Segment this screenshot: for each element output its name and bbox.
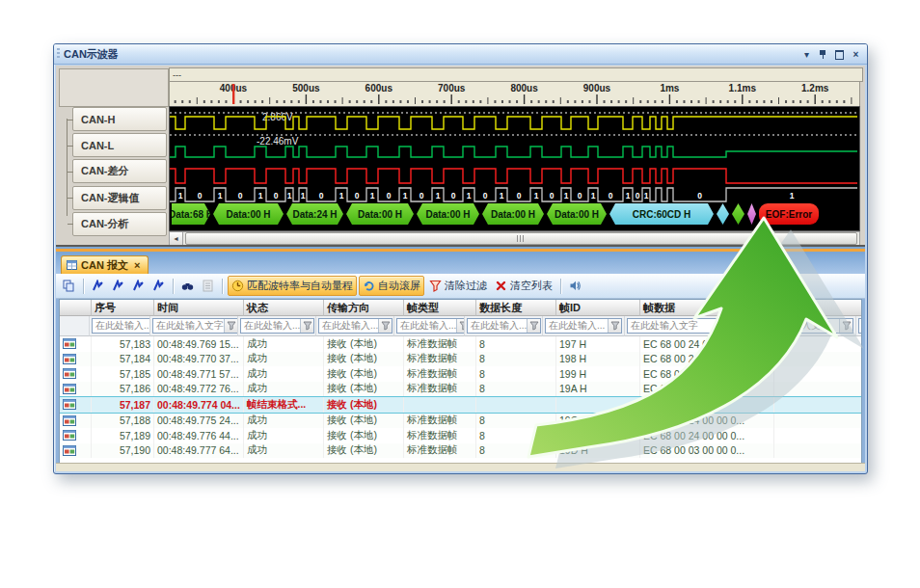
- cell-no: 57,186: [92, 382, 154, 397]
- copy-button[interactable]: [60, 277, 78, 295]
- column-header-time[interactable]: 时间: [154, 300, 244, 316]
- filter-funnel-icon[interactable]: [378, 319, 392, 333]
- table-row-57188[interactable]: 57,18800:48:49.775 24...成功接收 (本地)标准数据帧81…: [60, 414, 861, 429]
- clear-list-button[interactable]: 清空列表: [492, 277, 555, 295]
- svg-text:1: 1: [790, 191, 795, 200]
- cell-status: 成功: [244, 443, 324, 459]
- filter-placeholder: 在此处输入...: [319, 319, 378, 333]
- column-header-data[interactable]: 帧数据: [640, 300, 774, 316]
- filter-input-no[interactable]: 在此处输入...: [92, 318, 150, 334]
- svg-text:1: 1: [258, 191, 263, 200]
- waveform-canvas[interactable]: 2.866V-22.46mV10101011010101010101010101…: [169, 106, 860, 231]
- filter-funnel-icon[interactable]: [839, 319, 852, 333]
- frame-block-5: Data:00 H: [482, 203, 544, 225]
- auto-scroll-button[interactable]: 自动滚屏: [359, 276, 424, 296]
- cell-id: 198 H: [556, 352, 640, 367]
- cell-extra: [774, 443, 862, 459]
- filter-cell-no: 在此处输入...: [90, 316, 150, 336]
- match-baud-label: 匹配波特率与自动量程: [247, 279, 353, 293]
- filter-funnel-icon[interactable]: [300, 319, 313, 333]
- message-icon: [63, 399, 76, 410]
- svg-text:1: 1: [301, 191, 306, 200]
- column-header-len[interactable]: 数据长度: [476, 300, 556, 316]
- sound-button[interactable]: [566, 277, 584, 295]
- time-ruler[interactable]: 400us500us600us700us800us900us1ms1.1ms1.…: [169, 81, 860, 108]
- cell-extra: [774, 382, 862, 397]
- cell-data: [640, 397, 774, 413]
- cell-data: EC 68 00 24 00 00 0...: [640, 382, 774, 397]
- table-row-57189[interactable]: 57,18900:48:49.776 44...成功接收 (本地)标准数据帧81…: [60, 428, 861, 443]
- binoculars-icon: [181, 280, 194, 292]
- cell-icon: [60, 366, 92, 382]
- filter-input-len[interactable]: 在此处输入...: [467, 318, 541, 334]
- cell-dir: 接收 (本地): [324, 428, 404, 443]
- filter-input-extra[interactable]: 在此处输入文字: [759, 318, 853, 334]
- table-icon: [67, 260, 77, 270]
- report-button[interactable]: [199, 277, 217, 295]
- table-filter-row: 在此处输入...在此处输入文字在此处输入...在此处输入...在此处输入...在…: [60, 316, 861, 336]
- column-header-icon[interactable]: [60, 300, 92, 316]
- svg-text:0: 0: [198, 191, 203, 200]
- filter-funnel-icon[interactable]: [740, 319, 753, 333]
- column-header-id[interactable]: 帧ID: [556, 300, 640, 316]
- svg-text:0: 0: [355, 191, 360, 200]
- cell-status: 成功: [244, 414, 324, 429]
- cell-icon: [60, 382, 92, 397]
- column-header-type[interactable]: 帧类型: [404, 300, 476, 316]
- channel-label-2[interactable]: CAN-差分: [72, 159, 167, 183]
- refresh-icon: [363, 280, 375, 292]
- filter-funnel-icon[interactable]: [224, 319, 237, 333]
- filter-input-type[interactable]: 在此处输入...: [396, 318, 465, 334]
- column-header-extra[interactable]: [774, 300, 862, 316]
- table-row-57190[interactable]: 57,19000:48:49.777 64...成功接收 (本地)标准数据帧81…: [60, 443, 861, 459]
- filter-input-dir[interactable]: 在此处输入...: [318, 318, 392, 334]
- table-row-57187[interactable]: 57,18700:48:49.774 04...帧结束格式...接收 (本地): [60, 396, 861, 414]
- table-row-57184[interactable]: 57,18400:48:49.770 37...成功接收 (本地)标准数据帧81…: [60, 352, 861, 367]
- filter-funnel-icon[interactable]: [527, 319, 540, 333]
- cell-time: 00:48:49.771 57...: [154, 366, 244, 382]
- measure-2-button[interactable]: [109, 277, 127, 295]
- filter-placeholder: 在此处输入...: [468, 319, 527, 333]
- filter-input-data[interactable]: 在此处输入文字: [627, 318, 754, 334]
- column-header-dir[interactable]: 传输方向: [324, 300, 404, 316]
- filter-funnel-icon[interactable]: [456, 319, 465, 333]
- svg-text:1.1ms: 1.1ms: [729, 83, 757, 94]
- measure-3-button[interactable]: [129, 277, 148, 295]
- filter-funnel-icon[interactable]: [608, 319, 621, 333]
- svg-text:0: 0: [419, 191, 424, 200]
- column-header-no[interactable]: 序号: [92, 300, 154, 316]
- find-button[interactable]: [178, 277, 197, 295]
- svg-text:1: 1: [218, 191, 223, 200]
- tab-can-messages[interactable]: CAN 报文 ×: [61, 255, 149, 274]
- measure-1-button[interactable]: [89, 277, 107, 295]
- filter-input-id[interactable]: 在此处输入...: [545, 318, 622, 334]
- cell-type: 标准数据帧: [404, 366, 476, 382]
- cell-dir: 接收 (本地): [324, 352, 404, 367]
- cell-dir: 接收 (本地): [324, 443, 404, 459]
- clear-filter-button[interactable]: 清除过滤: [426, 277, 490, 295]
- svg-text:0: 0: [578, 191, 582, 200]
- channel-label-3[interactable]: CAN-逻辑值: [72, 186, 167, 210]
- cell-no: 57,184: [92, 352, 154, 367]
- filter-input-note[interactable]: 在此处输入...: [858, 318, 862, 334]
- waveform-hscrollbar[interactable]: ◄: [169, 231, 860, 246]
- measure-4-button[interactable]: [149, 277, 168, 295]
- svg-text:900us: 900us: [583, 83, 611, 94]
- table-row-57185[interactable]: 57,18500:48:49.771 57...成功接收 (本地)标准数据帧81…: [60, 366, 861, 382]
- match-baud-button[interactable]: 匹配波特率与自动量程: [228, 276, 357, 296]
- cell-len: 8: [476, 443, 556, 459]
- table-row-57183[interactable]: 57,18300:48:49.769 15...成功接收 (本地)标准数据帧81…: [60, 336, 861, 352]
- channel-label-0[interactable]: CAN-H: [72, 107, 167, 131]
- filter-cell-id: 在此处输入...: [543, 316, 625, 336]
- filter-input-status[interactable]: 在此处输入...: [240, 318, 314, 334]
- tab-close-icon[interactable]: ×: [134, 259, 140, 271]
- cell-len: [476, 397, 556, 413]
- table-row-57186[interactable]: 57,18600:48:49.772 76...成功接收 (本地)标准数据帧81…: [60, 382, 861, 397]
- channel-label-4[interactable]: CAN-分析: [72, 212, 167, 236]
- channel-label-1[interactable]: CAN-L: [72, 133, 167, 157]
- filter-input-time[interactable]: 在此处输入文字: [152, 318, 238, 334]
- cell-type: 标准数据帧: [404, 382, 476, 397]
- column-header-status[interactable]: 状态: [244, 300, 324, 316]
- scroll-left-arrow-icon[interactable]: ◄: [170, 232, 183, 245]
- scroll-thumb[interactable]: [185, 232, 857, 245]
